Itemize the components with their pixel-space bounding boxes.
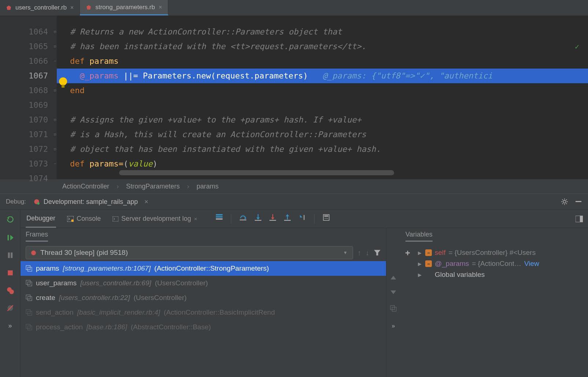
close-icon[interactable]: × — [70, 4, 74, 11]
tab-console[interactable]: Console — [66, 210, 102, 228]
step-into-icon[interactable] — [255, 214, 261, 221]
code-text: Parameters — [143, 71, 191, 80]
frame-item[interactable]: params [strong_parameters.rb:1067] (Acti… — [21, 261, 386, 276]
mute-breakpoints-button[interactable] — [6, 304, 15, 312]
code-text: @_params — [80, 71, 119, 80]
breadcrumb-item[interactable]: ActionController — [62, 183, 109, 190]
inspection-ok-icon[interactable]: ✓ — [575, 39, 579, 54]
force-step-into-icon[interactable] — [269, 214, 276, 221]
frame-class: (UsersController) — [155, 279, 208, 287]
svg-point-3 — [37, 202, 40, 205]
frame-name: user_params — [36, 279, 77, 287]
bug-icon — [33, 198, 40, 205]
scroll-up-icon[interactable] — [390, 276, 396, 279]
close-icon[interactable]: × — [159, 4, 162, 11]
view-link[interactable]: View — [524, 260, 539, 268]
filter-icon[interactable] — [374, 249, 381, 256]
stack-frame-icon — [26, 324, 32, 330]
svg-marker-33 — [300, 215, 302, 217]
breadcrumb-item[interactable]: params — [196, 183, 218, 190]
line-number: 1064 — [0, 25, 48, 39]
frame-location: [base.rb:186] — [87, 323, 127, 331]
pause-button[interactable] — [6, 251, 15, 260]
frame-class: (AbstractController::Base) — [131, 323, 211, 331]
thread-selector[interactable]: Thread 30 [sleep] (pid 9518) ▼ — [26, 246, 353, 259]
variables-tree[interactable]: ▶ ⎓ self = {UsersController} #<Users ▶ ⎓… — [415, 244, 588, 377]
frame-location: [basic_implicit_render.rb:4] — [77, 308, 160, 316]
var-row-params[interactable]: ▶ ⎓ @_params = {ActionCont… View — [415, 258, 588, 269]
frame-location: [users_controller.rb:22] — [59, 294, 130, 302]
step-over-icon[interactable] — [239, 214, 247, 221]
view-breakpoints-button[interactable] — [6, 286, 15, 295]
code-text: # Returns a new ActionController::Parame… — [70, 27, 342, 36]
svg-rect-48 — [26, 295, 30, 299]
breadcrumb-item[interactable]: StrongParameters — [126, 183, 180, 190]
code-text: params= — [89, 159, 124, 168]
code-text: # Assigns the given +value+ to the +para… — [70, 115, 361, 124]
variables-panel: Variables + ▶ ⎓ self = {UsersController}… — [400, 228, 588, 377]
code-editor[interactable]: 1064 1065 1066 1067 1068 1069 1070 1071 … — [0, 16, 588, 179]
tab-label: strong_parameters.rb — [95, 4, 155, 11]
copy-stack-icon[interactable] — [390, 305, 397, 312]
frame-list: params [strong_parameters.rb:1067] (Acti… — [21, 261, 386, 377]
layout-icon[interactable] — [576, 216, 583, 222]
run-to-cursor-icon[interactable] — [299, 214, 306, 221]
gear-icon[interactable] — [561, 198, 568, 205]
var-row-globals[interactable]: ▶ Global variables — [415, 269, 588, 280]
svg-rect-18 — [113, 216, 118, 222]
stack-frame-icon — [26, 280, 32, 286]
debug-sidebar: » — [0, 210, 21, 377]
tab-label: users_controller.rb — [15, 4, 67, 11]
more-icon[interactable]: » — [6, 321, 15, 330]
stop-button[interactable] — [6, 268, 15, 277]
frame-item[interactable]: send_action [basic_implicit_render.rb:4]… — [21, 305, 386, 320]
resume-button[interactable] — [6, 233, 15, 242]
rerun-button[interactable] — [6, 216, 15, 224]
code-text: def — [70, 159, 85, 168]
close-icon[interactable]: × — [194, 216, 197, 222]
frame-item[interactable]: user_params [users_controller.rb:69] (Us… — [21, 276, 386, 290]
minimize-icon[interactable] — [575, 201, 582, 202]
tab-users-controller[interactable]: users_controller.rb × — [0, 0, 80, 15]
intention-bulb-icon[interactable] — [59, 77, 67, 85]
tab-server-log[interactable]: Server development log × — [112, 210, 198, 228]
object-badge-icon: ⎓ — [425, 249, 432, 256]
svg-marker-55 — [391, 290, 396, 294]
code-text: ||= — [118, 71, 143, 80]
code-text: value — [128, 159, 152, 168]
var-row-self[interactable]: ▶ ⎓ self = {UsersController} #<Users — [415, 247, 588, 258]
line-number: 1072 — [0, 142, 48, 157]
svg-marker-31 — [286, 214, 289, 216]
code-area[interactable]: ✓ # Returns a new ActionController::Para… — [57, 16, 588, 179]
debug-session-tab[interactable]: Development: sample_rails_app × — [30, 197, 152, 207]
more-icon[interactable]: » — [392, 323, 395, 329]
show-execution-point-icon[interactable] — [216, 214, 223, 220]
frame-name: create — [36, 294, 55, 302]
frame-name: params — [36, 264, 59, 272]
previous-frame-button[interactable]: ↑ — [357, 249, 361, 257]
svg-rect-36 — [324, 215, 328, 216]
evaluate-expression-icon[interactable] — [323, 214, 330, 221]
chevron-right-icon: › — [117, 183, 119, 190]
svg-point-13 — [9, 290, 14, 294]
scroll-down-icon[interactable] — [390, 290, 396, 294]
tab-debugger[interactable]: Debugger — [26, 210, 56, 228]
frame-item[interactable]: process_action [base.rb:186] (AbstractCo… — [21, 320, 386, 334]
expand-icon[interactable]: ▶ — [418, 250, 422, 256]
next-frame-button[interactable]: ↓ — [365, 249, 369, 257]
frame-item[interactable]: create [users_controller.rb:22] (UsersCo… — [21, 290, 386, 305]
add-watch-button[interactable]: + — [405, 248, 410, 258]
frame-location: [strong_parameters.rb:1067] — [63, 264, 151, 272]
code-text: end — [70, 86, 85, 95]
line-number: 1070 — [0, 113, 48, 127]
line-number: 1068 — [0, 83, 48, 98]
expand-icon[interactable]: ▶ — [418, 261, 422, 267]
step-out-icon[interactable] — [284, 214, 291, 221]
svg-marker-1 — [87, 5, 91, 10]
code-text: def — [70, 56, 85, 66]
tab-strong-parameters[interactable]: strong_parameters.rb × — [80, 0, 168, 15]
horizontal-scrollbar[interactable] — [119, 170, 394, 175]
close-icon[interactable]: × — [144, 198, 148, 206]
svg-rect-10 — [11, 253, 12, 258]
expand-icon[interactable]: ▶ — [418, 272, 422, 278]
